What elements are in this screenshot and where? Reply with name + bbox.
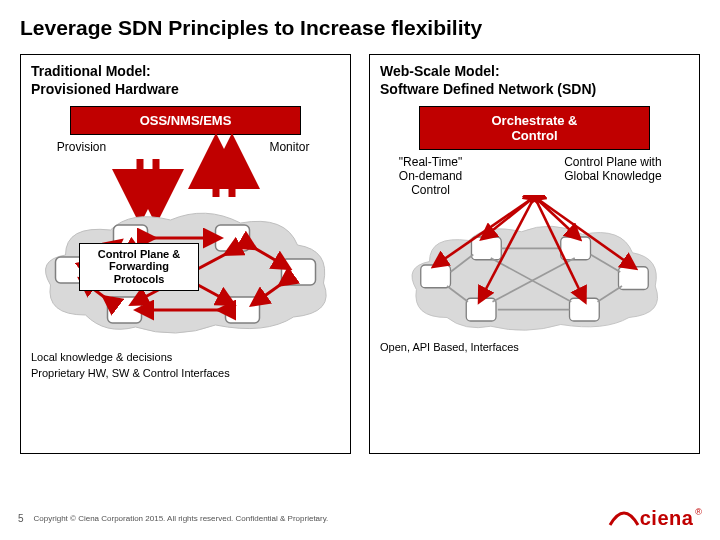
logo-ciena: ciena ® <box>608 507 702 530</box>
panel-left-title: Traditional Model: Provisioned Hardware <box>31 63 340 98</box>
svg-rect-6 <box>216 225 250 251</box>
logo-reg-icon: ® <box>695 507 702 517</box>
logo-text: ciena <box>640 507 694 530</box>
rt-l2: On-demand <box>399 169 462 183</box>
overlay-l2: Forwarding Protocols <box>109 260 169 285</box>
note-proprietary: Proprietary HW, SW & Control Interfaces <box>31 367 340 379</box>
rt-l1: "Real-Time" <box>399 155 462 169</box>
note-local-knowledge: Local knowledge & decisions <box>31 351 340 363</box>
svg-rect-23 <box>466 299 496 322</box>
svg-rect-9 <box>108 297 142 323</box>
svg-rect-22 <box>570 299 600 322</box>
hub-orchestrate: Orchestrate & Control <box>419 106 651 150</box>
gk-l2: Global Knowledge <box>564 169 661 183</box>
arrow-row-left <box>31 157 340 203</box>
panel-sdn: Web-Scale Model: Software Defined Networ… <box>369 54 700 454</box>
footer: 5 Copyright © Ciena Corporation 2015. Al… <box>0 507 720 530</box>
svg-rect-21 <box>619 267 649 290</box>
panel-right-title-l1: Web-Scale Model: <box>380 63 500 79</box>
overlay-l1: Control Plane & <box>98 248 181 260</box>
panels-row: Traditional Model: Provisioned Hardware … <box>20 54 700 454</box>
label-global-knowledge: Control Plane with Global Knowledge <box>564 156 683 184</box>
svg-rect-20 <box>561 237 591 260</box>
note-open-api: Open, API Based, Interfaces <box>380 341 689 353</box>
svg-rect-8 <box>226 297 260 323</box>
overlay-control-plane: Control Plane & Forwarding Protocols <box>79 243 199 291</box>
logo-arc-icon <box>608 507 640 527</box>
panel-left-title-l2: Provisioned Hardware <box>31 81 179 97</box>
svg-rect-7 <box>282 259 316 285</box>
copyright-text: Copyright © Ciena Corporation 2015. All … <box>34 514 329 523</box>
label-provision: Provision <box>37 141 126 155</box>
panel-right-title: Web-Scale Model: Software Defined Networ… <box>380 63 689 98</box>
panel-right-title-l2: Software Defined Network (SDN) <box>380 81 596 97</box>
hub-oss-nms-ems: OSS/NMS/EMS <box>70 106 302 135</box>
cloud-left: Control Plane & Forwarding Protocols <box>31 205 340 345</box>
page-title: Leverage SDN Principles to Increase flex… <box>20 16 700 40</box>
panel-left-title-l1: Traditional Model: <box>31 63 151 79</box>
svg-rect-19 <box>472 237 502 260</box>
hub-orch-l2: Control <box>511 128 557 143</box>
svg-rect-18 <box>421 265 451 288</box>
gk-l1: Control Plane with <box>564 155 661 169</box>
panel-traditional: Traditional Model: Provisioned Hardware … <box>20 54 351 454</box>
label-realtime: "Real-Time" On-demand Control <box>386 156 475 197</box>
hub-orch-l1: Orchestrate & <box>492 113 578 128</box>
cloud-right <box>380 195 689 335</box>
label-monitor: Monitor <box>245 141 334 155</box>
page-number: 5 <box>18 513 24 524</box>
